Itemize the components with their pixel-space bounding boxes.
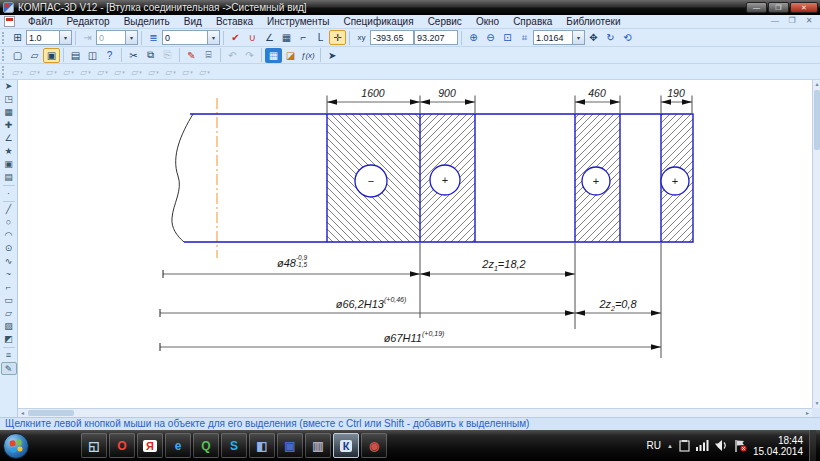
polygon-tool-icon[interactable]: ▱ — [1, 307, 17, 320]
doc-minimize-icon[interactable]: — — [768, 16, 782, 25]
doc-scale-icon[interactable]: ⊞ — [9, 30, 26, 45]
taskbar-kompas-active[interactable]: К — [333, 433, 359, 458]
line-tool-icon[interactable]: ╱ — [1, 203, 17, 216]
quick-help-icon[interactable]: ? — [101, 48, 118, 63]
grid-tool-icon[interactable]: ▦ — [1, 106, 17, 119]
library-manager-icon[interactable]: ◪ — [282, 48, 299, 63]
print-icon[interactable]: ▤ — [67, 48, 84, 63]
menu-help[interactable]: Справка — [506, 15, 559, 28]
scale-input[interactable] — [26, 30, 60, 45]
view-tool-icon-9[interactable]: ▱▾ — [145, 64, 162, 79]
start-button[interactable] — [3, 433, 29, 459]
menu-libraries[interactable]: Библиотеки — [559, 15, 627, 28]
taskbar-app-window[interactable]: ◱ — [81, 433, 107, 458]
rebuild-icon[interactable]: ↻ — [602, 30, 619, 45]
menu-view[interactable]: Вид — [177, 15, 209, 28]
view-tool-icon-6[interactable]: ▱▾ — [94, 64, 111, 79]
circle-tool-icon[interactable]: ○ — [1, 216, 17, 229]
taskbar-app-gray[interactable]: ▥ — [305, 433, 331, 458]
layer-combo[interactable]: ▾ — [162, 30, 220, 45]
sheet-tool-icon[interactable]: ▤ — [1, 171, 17, 184]
local-cs-icon[interactable]: ⌐ — [295, 30, 312, 45]
redo-icon[interactable]: ↷ — [241, 48, 258, 63]
menu-specification[interactable]: Спецификация — [336, 15, 420, 28]
rectangle-tool-icon[interactable]: ▭ — [1, 294, 17, 307]
angle-snap-icon[interactable]: ∠ — [261, 30, 278, 45]
dim-190[interactable]: 190 — [667, 87, 685, 99]
open-document-icon[interactable]: ▱ — [26, 48, 43, 63]
spline-tool-icon[interactable]: ∿ — [1, 255, 17, 268]
scale-combo[interactable]: ▾ — [26, 30, 72, 45]
menu-select[interactable]: Выделить — [117, 15, 177, 28]
snap-magnet-icon[interactable]: ∪ — [244, 30, 261, 45]
clock[interactable]: 18:44 15.04.2014 — [753, 435, 803, 457]
copy-icon[interactable]: ⧉ — [142, 48, 159, 63]
save-icon[interactable]: ▣ — [43, 48, 60, 63]
dim-diameter-48[interactable]: ø48 -0,9-1,5 — [277, 257, 307, 269]
chamfer-tool-icon[interactable]: ⌐ — [1, 281, 17, 294]
print-preview-icon[interactable]: ◫ — [84, 48, 101, 63]
scale-dropdown-icon[interactable]: ▾ — [60, 30, 72, 45]
view-tool-icon-4[interactable]: ▱▾ — [60, 64, 77, 79]
view-tool-icon-7[interactable]: ▱▾ — [111, 64, 128, 79]
break-line[interactable] — [172, 114, 193, 242]
show-desktop-button[interactable] — [809, 430, 816, 461]
step-icon[interactable]: ⇥ — [79, 30, 96, 45]
ortho-icon[interactable]: L — [312, 30, 329, 45]
taskbar-app-doc[interactable]: ◧ — [249, 433, 275, 458]
horizontal-scroll-thumb[interactable] — [28, 410, 74, 416]
fill-tool-icon[interactable]: ◩ — [1, 333, 17, 346]
doc-restore-icon[interactable]: ❐ — [785, 16, 799, 25]
vertical-scroll-thumb[interactable] — [814, 90, 820, 150]
step-dropdown-icon[interactable]: ▾ — [126, 30, 138, 45]
fx-icon[interactable]: ƒ(x) — [299, 48, 317, 63]
dim-diameter-67[interactable]: ø67H11(+0,19) — [384, 332, 445, 344]
view-tool-icon-2[interactable]: ▱▾ — [26, 64, 43, 79]
paste-icon[interactable]: ⎘ — [159, 48, 176, 63]
grid-icon[interactable]: ▦ — [278, 30, 295, 45]
ellipse-tool-icon[interactable]: ⊙ — [1, 242, 17, 255]
drawing-tool-icon[interactable]: ✎ — [1, 362, 17, 375]
equation-tool-icon[interactable]: ≡ — [1, 349, 17, 362]
taskbar-app-blue[interactable]: ▣ — [277, 433, 303, 458]
network-signal-icon[interactable] — [696, 440, 709, 451]
minimize-button[interactable]: — — [746, 2, 767, 13]
layer-icon[interactable]: ≣ — [145, 30, 162, 45]
vertical-scrollbar[interactable]: ▲ ▼ — [812, 80, 820, 408]
volume-icon[interactable] — [715, 440, 728, 451]
action-center-flag-icon[interactable] — [734, 440, 747, 452]
zoom-combo[interactable]: ▾ — [533, 30, 585, 45]
dim-460[interactable]: 460 — [588, 87, 606, 99]
coord-x-input[interactable] — [370, 30, 414, 45]
language-indicator[interactable]: RU — [647, 440, 661, 451]
zoom-selection-icon[interactable]: ⊡ — [499, 30, 516, 45]
hatch-tool-icon[interactable]: ▨ — [1, 320, 17, 333]
zoom-dropdown-icon[interactable]: ▾ — [573, 30, 585, 45]
toolbar-grip[interactable] — [2, 49, 7, 61]
view-tool-icon-8[interactable]: ▱▾ — [128, 64, 145, 79]
toolbar-grip[interactable] — [2, 32, 7, 44]
dim-allowance-2z2[interactable]: 2z2 =0,8 — [599, 298, 636, 312]
taskbar-internet-explorer[interactable]: e — [165, 433, 191, 458]
select-tool-icon[interactable]: ➤ — [1, 80, 17, 93]
dot-tool-icon[interactable]: · — [1, 187, 17, 200]
view-tool-icon-10[interactable]: ▱▾ — [162, 64, 179, 79]
scroll-up-icon[interactable]: ▲ — [813, 80, 820, 89]
taskbar-opera[interactable]: O — [109, 433, 135, 458]
snap-toggle-icon[interactable]: ✛ — [329, 30, 346, 45]
layer-dropdown-icon[interactable]: ▾ — [208, 30, 220, 45]
layers-tool-icon[interactable]: ◳ — [1, 93, 17, 106]
measure-tool-icon[interactable]: ✚ — [1, 119, 17, 132]
dim-900[interactable]: 900 — [438, 87, 456, 99]
doc-close-icon[interactable]: ✕ — [802, 16, 816, 25]
coord-y-input[interactable] — [414, 30, 458, 45]
step-combo[interactable]: ▾ — [96, 30, 138, 45]
arc-tool-icon[interactable]: ◠ — [1, 229, 17, 242]
context-help-icon[interactable]: ➤ — [324, 48, 341, 63]
scroll-down-icon[interactable]: ▼ — [813, 399, 820, 408]
view-tool-icon-3[interactable]: ▱▾ — [43, 64, 60, 79]
taskbar-yandex[interactable]: Я — [137, 433, 163, 458]
coord-y-field[interactable] — [414, 30, 458, 45]
taskbar-messenger[interactable]: Q — [193, 433, 219, 458]
toolbar-grip[interactable] — [2, 66, 7, 78]
